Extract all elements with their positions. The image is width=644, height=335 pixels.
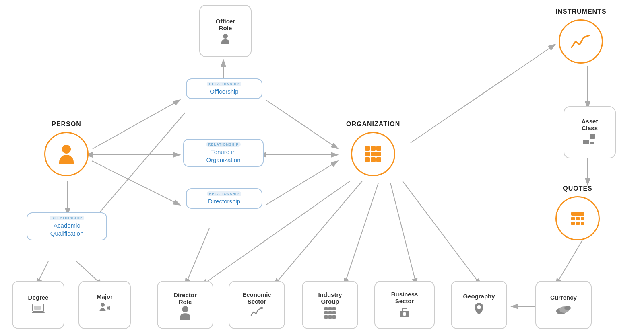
officer-role-icon: [221, 34, 229, 44]
industry-group-title: IndustryGroup: [318, 291, 342, 305]
svg-point-40: [477, 305, 481, 309]
svg-rect-29: [32, 312, 45, 313]
officership-rel-tag: RELATIONSHIP: [207, 82, 242, 86]
currency-icon: [556, 303, 571, 316]
person-circle: [44, 132, 89, 176]
svg-line-2: [93, 100, 180, 149]
tenure-rel-label: Tenure inOrganization: [206, 148, 240, 164]
svg-line-18: [402, 181, 481, 286]
tenure-rel-node: RELATIONSHIP Tenure inOrganization: [183, 139, 264, 167]
organization-circle: [351, 132, 395, 176]
degree-node: Degree: [12, 281, 64, 329]
svg-line-13: [185, 228, 209, 286]
tenure-rel-tag: RELATIONSHIP: [206, 142, 241, 147]
svg-rect-30: [34, 306, 41, 310]
svg-line-8: [266, 161, 338, 205]
industry-group-icon: [324, 307, 336, 319]
director-role-title: DirectorRole: [173, 292, 197, 305]
organization-node: ORGANIZATION: [346, 121, 400, 176]
svg-rect-26: [590, 134, 595, 139]
officership-rel-node: RELATIONSHIP Officership: [186, 78, 262, 99]
economic-sector-title: EconomicSector: [242, 291, 271, 305]
svg-line-19: [411, 44, 555, 143]
org-icon: [365, 146, 381, 162]
business-sector-icon: [398, 307, 411, 319]
currency-node: Currency: [535, 281, 592, 329]
industry-group-node: IndustryGroup: [302, 281, 358, 329]
major-icon: [99, 302, 111, 317]
svg-point-43: [564, 306, 571, 310]
instruments-node: INSTRUMENTS: [555, 8, 607, 64]
officer-role-node: OfficerRole: [199, 5, 252, 57]
instruments-circle: [559, 19, 603, 64]
academic-qual-rel-tag: RELATIONSHIP: [50, 216, 84, 220]
asset-class-icon: [583, 134, 596, 147]
degree-icon: [32, 303, 45, 316]
business-sector-node: BusinessSector: [374, 281, 435, 329]
svg-line-15: [274, 181, 362, 286]
economic-sector-icon: [250, 307, 263, 319]
quotes-label: QUOTES: [563, 185, 592, 192]
asset-class-title: AssetClass: [582, 118, 598, 132]
major-node: Major: [78, 281, 131, 329]
svg-line-7: [92, 161, 180, 205]
officership-rel-label: Officership: [210, 88, 238, 96]
organization-label: ORGANIZATION: [346, 121, 400, 128]
svg-rect-25: [583, 140, 589, 144]
diagram: PERSON ORGANIZATION INSTRUMENTS: [0, 0, 644, 335]
economic-sector-node: EconomicSector: [229, 281, 285, 329]
calculator-icon: [571, 212, 584, 225]
geography-icon: [474, 302, 484, 317]
quotes-circle: [555, 196, 600, 240]
person-icon: [59, 145, 74, 164]
directorship-rel-tag: RELATIONSHIP: [207, 191, 242, 196]
svg-point-31: [101, 303, 105, 307]
currency-title: Currency: [550, 294, 577, 301]
degree-title: Degree: [28, 294, 49, 301]
person-node: PERSON: [44, 121, 89, 176]
geography-node: Geography: [451, 281, 507, 329]
quotes-node: QUOTES: [555, 185, 600, 240]
person-label: PERSON: [52, 121, 81, 128]
instruments-label: INSTRUMENTS: [555, 8, 607, 15]
svg-rect-39: [403, 312, 406, 316]
geography-title: Geography: [463, 293, 495, 300]
svg-rect-27: [590, 142, 594, 144]
directorship-rel-node: RELATIONSHIP Directorship: [186, 188, 262, 209]
academic-qual-rel-label: AcademicQualification: [50, 222, 84, 237]
svg-line-16: [344, 183, 378, 286]
officer-role-title: OfficerRole: [216, 18, 235, 31]
svg-line-12: [89, 113, 185, 225]
svg-line-4: [266, 100, 338, 149]
trend-icon: [571, 33, 591, 49]
asset-class-node: AssetClass: [564, 106, 616, 158]
directorship-rel-label: Directorship: [208, 197, 240, 206]
major-title: Major: [97, 293, 113, 300]
business-sector-title: BusinessSector: [391, 291, 418, 304]
director-role-icon: [180, 306, 190, 320]
svg-line-17: [390, 183, 417, 286]
academic-qual-rel-node: RELATIONSHIP AcademicQualification: [27, 212, 107, 240]
director-role-node: DirectorRole: [157, 281, 213, 329]
